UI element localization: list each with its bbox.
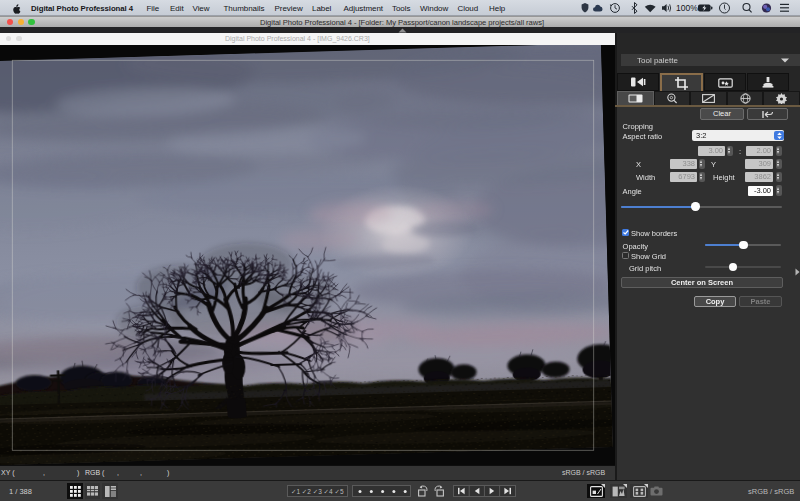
svg-text:100%: 100% — [676, 3, 698, 13]
